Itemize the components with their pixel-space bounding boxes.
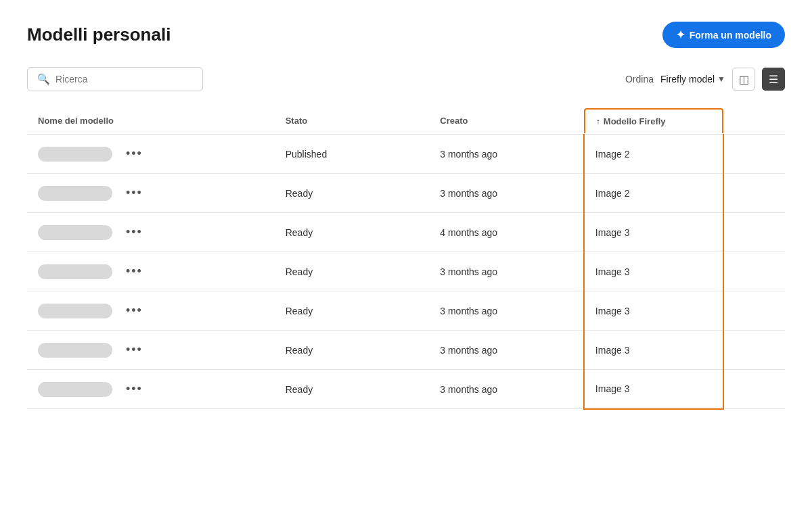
cell-extra <box>723 213 785 252</box>
sort-value: Firefly model <box>660 74 715 85</box>
cell-firefly: Image 3 <box>584 252 723 291</box>
main-page: Modelli personali ✦ Forma un modello 🔍 O… <box>0 0 812 524</box>
chevron-down-icon: ▼ <box>717 74 725 84</box>
cell-stato: Ready <box>275 331 430 370</box>
cell-extra <box>723 291 785 331</box>
model-name-pill <box>38 343 112 358</box>
cell-extra <box>723 135 785 174</box>
more-options-button[interactable]: ••• <box>120 185 148 201</box>
col-header-stato: Stato <box>275 108 430 135</box>
search-wrapper[interactable]: 🔍 <box>27 67 203 91</box>
cell-firefly: Image 2 <box>584 135 723 174</box>
more-options-button[interactable]: ••• <box>120 381 148 398</box>
cell-creato: 4 months ago <box>429 213 584 252</box>
cell-extra <box>723 252 785 291</box>
model-name-pill <box>38 382 112 397</box>
cell-firefly: Image 3 <box>584 213 723 252</box>
table-row: ••• Ready4 months agoImage 3 <box>27 213 785 252</box>
sort-label: Ordina <box>625 74 654 85</box>
cell-name: ••• <box>27 291 275 331</box>
sort-dropdown[interactable]: Firefly model ▼ <box>660 74 725 85</box>
cell-creato: 3 months ago <box>429 252 584 291</box>
cell-creato: 3 months ago <box>429 291 584 331</box>
right-toolbar: Ordina Firefly model ▼ ◫ ☰ <box>625 68 785 91</box>
table-row: ••• Published3 months agoImage 2 <box>27 135 785 174</box>
model-name-pill <box>38 264 112 279</box>
page-title: Modelli personali <box>27 24 171 45</box>
grid-view-button[interactable]: ◫ <box>732 68 755 91</box>
table-row: ••• Ready3 months agoImage 2 <box>27 174 785 213</box>
model-name-pill <box>38 186 112 201</box>
cell-name: ••• <box>27 370 275 409</box>
name-cell-content: ••• <box>38 302 264 319</box>
name-cell-content: ••• <box>38 224 264 241</box>
sort-ascending-icon: ↑ <box>596 117 600 126</box>
cell-name: ••• <box>27 252 275 291</box>
create-model-label: Forma un modello <box>690 30 771 41</box>
cell-firefly: Image 3 <box>584 291 723 331</box>
table-header-row: Nome del modello Stato Creato ↑ Modello … <box>27 108 785 135</box>
cell-extra <box>723 174 785 213</box>
more-options-button[interactable]: ••• <box>120 302 148 319</box>
more-options-button[interactable]: ••• <box>120 263 148 280</box>
grid-icon: ◫ <box>739 73 749 86</box>
table-row: ••• Ready3 months agoImage 3 <box>27 370 785 409</box>
table-row: ••• Ready3 months agoImage 3 <box>27 291 785 331</box>
cell-stato: Ready <box>275 174 430 213</box>
cell-firefly: Image 3 <box>584 370 723 409</box>
page-header: Modelli personali ✦ Forma un modello <box>27 22 785 48</box>
cell-stato: Ready <box>275 291 430 331</box>
model-name-pill <box>38 225 112 240</box>
search-icon: 🔍 <box>37 73 50 85</box>
table-row: ••• Ready3 months agoImage 3 <box>27 252 785 291</box>
model-name-pill <box>38 304 112 318</box>
create-model-button[interactable]: ✦ Forma un modello <box>662 22 785 48</box>
col-header-firefly: ↑ Modello Firefly <box>584 108 723 135</box>
list-view-button[interactable]: ☰ <box>762 68 785 91</box>
cell-creato: 3 months ago <box>429 135 584 174</box>
cell-stato: Ready <box>275 370 430 409</box>
col-header-name: Nome del modello <box>27 108 275 135</box>
cell-name: ••• <box>27 213 275 252</box>
list-icon: ☰ <box>769 73 778 86</box>
cell-stato: Ready <box>275 252 430 291</box>
cell-name: ••• <box>27 174 275 213</box>
name-cell-content: ••• <box>38 145 264 162</box>
cell-stato: Published <box>275 135 430 174</box>
firefly-header-box: ↑ Modello Firefly <box>584 108 723 133</box>
name-cell-content: ••• <box>38 381 264 398</box>
cell-extra <box>723 331 785 370</box>
cell-creato: 3 months ago <box>429 174 584 213</box>
name-cell-content: ••• <box>38 263 264 280</box>
cell-extra <box>723 370 785 409</box>
sparkle-icon: ✦ <box>676 28 685 41</box>
name-cell-content: ••• <box>38 185 264 201</box>
search-input[interactable] <box>55 74 193 85</box>
col-header-creato: Creato <box>429 108 584 135</box>
cell-name: ••• <box>27 331 275 370</box>
cell-name: ••• <box>27 135 275 174</box>
more-options-button[interactable]: ••• <box>120 341 148 358</box>
cell-stato: Ready <box>275 213 430 252</box>
models-table: Nome del modello Stato Creato ↑ Modello … <box>27 108 785 410</box>
table-row: ••• Ready3 months agoImage 3 <box>27 331 785 370</box>
cell-firefly: Image 2 <box>584 174 723 213</box>
model-name-pill <box>38 147 112 162</box>
cell-firefly: Image 3 <box>584 331 723 370</box>
cell-creato: 3 months ago <box>429 370 584 409</box>
name-cell-content: ••• <box>38 341 264 358</box>
more-options-button[interactable]: ••• <box>120 145 148 162</box>
toolbar: 🔍 Ordina Firefly model ▼ ◫ ☰ <box>27 67 785 91</box>
col-header-extra <box>723 108 785 135</box>
more-options-button[interactable]: ••• <box>120 224 148 241</box>
cell-creato: 3 months ago <box>429 331 584 370</box>
